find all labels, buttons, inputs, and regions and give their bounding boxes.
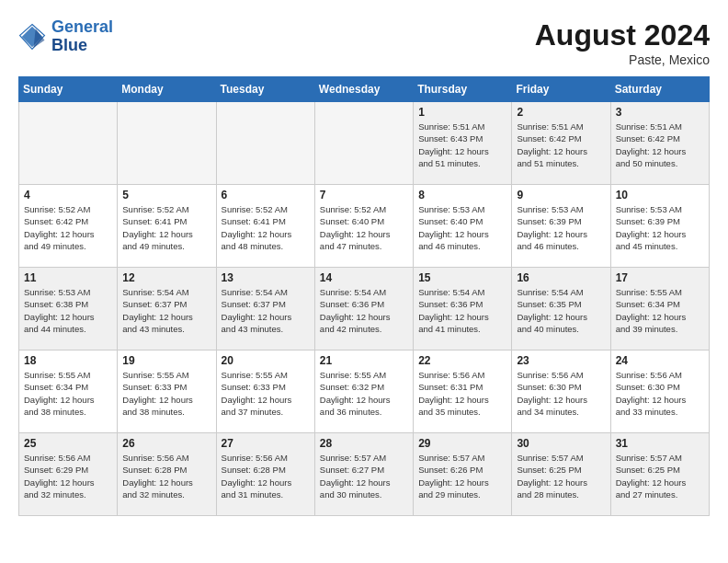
day-number: 25 [24, 437, 112, 450]
day-number: 18 [24, 354, 112, 367]
day-info: Sunrise: 5:52 AMSunset: 6:42 PMDaylight:… [24, 203, 112, 252]
calendar-day-cell: 17Sunrise: 5:55 AMSunset: 6:34 PMDayligh… [610, 268, 709, 350]
day-number: 6 [222, 189, 310, 201]
day-info: Sunrise: 5:51 AMSunset: 6:42 PMDaylight:… [517, 121, 605, 169]
day-number: 28 [320, 437, 408, 450]
calendar-day-cell [216, 102, 314, 185]
day-info: Sunrise: 5:55 AMSunset: 6:33 PMDaylight:… [122, 369, 210, 418]
day-info: Sunrise: 5:54 AMSunset: 6:37 PMDaylight:… [222, 286, 310, 335]
calendar-day-cell: 26Sunrise: 5:56 AMSunset: 6:28 PMDayligh… [118, 433, 216, 516]
calendar-day-cell: 23Sunrise: 5:56 AMSunset: 6:30 PMDayligh… [512, 350, 610, 433]
calendar-day-cell: 16Sunrise: 5:54 AMSunset: 6:35 PMDayligh… [512, 268, 610, 350]
calendar-day-cell: 14Sunrise: 5:54 AMSunset: 6:36 PMDayligh… [314, 268, 413, 350]
calendar-day-cell: 1Sunrise: 5:51 AMSunset: 6:43 PMDaylight… [414, 102, 512, 185]
day-info: Sunrise: 5:57 AMSunset: 6:25 PMDaylight:… [517, 452, 605, 500]
day-number: 21 [320, 354, 408, 367]
calendar-day-cell: 12Sunrise: 5:54 AMSunset: 6:37 PMDayligh… [118, 268, 216, 350]
calendar-day-cell: 28Sunrise: 5:57 AMSunset: 6:27 PMDayligh… [314, 433, 413, 516]
day-info: Sunrise: 5:56 AMSunset: 6:28 PMDaylight:… [122, 452, 210, 500]
calendar-day-cell: 24Sunrise: 5:56 AMSunset: 6:30 PMDayligh… [610, 350, 709, 433]
calendar-day-cell: 4Sunrise: 5:52 AMSunset: 6:42 PMDaylight… [19, 185, 118, 268]
day-info: Sunrise: 5:55 AMSunset: 6:32 PMDaylight:… [320, 369, 408, 418]
calendar-day-cell: 10Sunrise: 5:53 AMSunset: 6:39 PMDayligh… [610, 185, 709, 268]
day-number: 24 [616, 354, 704, 367]
day-info: Sunrise: 5:56 AMSunset: 6:28 PMDaylight:… [222, 452, 310, 500]
logo-text: General Blue [51, 18, 113, 55]
day-info: Sunrise: 5:54 AMSunset: 6:35 PMDaylight:… [517, 286, 605, 335]
day-number: 12 [122, 271, 210, 284]
calendar-week-row: 4Sunrise: 5:52 AMSunset: 6:42 PMDaylight… [19, 185, 710, 268]
day-header-sunday: Sunday [19, 77, 118, 102]
day-number: 10 [616, 189, 704, 201]
day-info: Sunrise: 5:57 AMSunset: 6:27 PMDaylight:… [320, 452, 408, 500]
day-number: 30 [517, 437, 605, 450]
logo-icon [18, 23, 46, 51]
day-number: 5 [122, 189, 210, 201]
day-number: 9 [517, 189, 605, 201]
day-number: 8 [418, 189, 506, 201]
day-info: Sunrise: 5:54 AMSunset: 6:36 PMDaylight:… [320, 286, 408, 335]
day-number: 11 [24, 271, 112, 284]
day-number: 22 [418, 354, 506, 367]
day-info: Sunrise: 5:56 AMSunset: 6:30 PMDaylight:… [517, 369, 605, 418]
calendar-day-cell: 8Sunrise: 5:53 AMSunset: 6:40 PMDaylight… [414, 185, 512, 268]
calendar-week-row: 25Sunrise: 5:56 AMSunset: 6:29 PMDayligh… [19, 433, 710, 516]
day-info: Sunrise: 5:53 AMSunset: 6:40 PMDaylight:… [418, 203, 506, 252]
day-header-wednesday: Wednesday [314, 77, 413, 102]
day-number: 23 [517, 354, 605, 367]
calendar-day-cell: 7Sunrise: 5:52 AMSunset: 6:40 PMDaylight… [314, 185, 413, 268]
day-number: 4 [24, 189, 112, 201]
calendar-day-cell: 2Sunrise: 5:51 AMSunset: 6:42 PMDaylight… [512, 102, 610, 185]
day-number: 27 [222, 437, 310, 450]
day-number: 17 [616, 271, 704, 284]
day-info: Sunrise: 5:55 AMSunset: 6:33 PMDaylight:… [222, 369, 310, 418]
day-header-tuesday: Tuesday [216, 77, 314, 102]
day-info: Sunrise: 5:57 AMSunset: 6:25 PMDaylight:… [616, 452, 704, 500]
day-number: 16 [517, 271, 605, 284]
day-number: 26 [122, 437, 210, 450]
logo: General Blue [18, 18, 113, 55]
calendar-day-cell [19, 102, 118, 185]
calendar-day-cell: 21Sunrise: 5:55 AMSunset: 6:32 PMDayligh… [314, 350, 413, 433]
day-header-thursday: Thursday [414, 77, 512, 102]
day-info: Sunrise: 5:51 AMSunset: 6:43 PMDaylight:… [418, 121, 506, 169]
calendar-header-row: SundayMondayTuesdayWednesdayThursdayFrid… [19, 77, 710, 102]
calendar-day-cell: 15Sunrise: 5:54 AMSunset: 6:36 PMDayligh… [414, 268, 512, 350]
day-info: Sunrise: 5:52 AMSunset: 6:41 PMDaylight:… [122, 203, 210, 252]
calendar-day-cell: 22Sunrise: 5:56 AMSunset: 6:31 PMDayligh… [414, 350, 512, 433]
day-header-monday: Monday [118, 77, 216, 102]
day-header-saturday: Saturday [610, 77, 709, 102]
page-header: General Blue August 2024 Paste, Mexico [18, 18, 710, 67]
day-info: Sunrise: 5:53 AMSunset: 6:39 PMDaylight:… [616, 203, 704, 252]
day-info: Sunrise: 5:52 AMSunset: 6:41 PMDaylight:… [222, 203, 310, 252]
calendar-day-cell: 29Sunrise: 5:57 AMSunset: 6:26 PMDayligh… [414, 433, 512, 516]
day-info: Sunrise: 5:51 AMSunset: 6:42 PMDaylight:… [616, 121, 704, 169]
day-number: 1 [418, 106, 506, 119]
day-number: 20 [222, 354, 310, 367]
title-block: August 2024 Paste, Mexico [535, 18, 710, 67]
day-info: Sunrise: 5:55 AMSunset: 6:34 PMDaylight:… [616, 286, 704, 335]
calendar-day-cell: 31Sunrise: 5:57 AMSunset: 6:25 PMDayligh… [610, 433, 709, 516]
location-subtitle: Paste, Mexico [535, 52, 710, 67]
day-number: 7 [320, 189, 408, 201]
calendar-week-row: 1Sunrise: 5:51 AMSunset: 6:43 PMDaylight… [19, 102, 710, 185]
day-number: 14 [320, 271, 408, 284]
day-info: Sunrise: 5:56 AMSunset: 6:29 PMDaylight:… [24, 452, 112, 500]
calendar-day-cell: 19Sunrise: 5:55 AMSunset: 6:33 PMDayligh… [118, 350, 216, 433]
calendar-day-cell: 27Sunrise: 5:56 AMSunset: 6:28 PMDayligh… [216, 433, 314, 516]
calendar-day-cell: 25Sunrise: 5:56 AMSunset: 6:29 PMDayligh… [19, 433, 118, 516]
calendar-day-cell: 11Sunrise: 5:53 AMSunset: 6:38 PMDayligh… [19, 268, 118, 350]
day-info: Sunrise: 5:57 AMSunset: 6:26 PMDaylight:… [418, 452, 506, 500]
calendar-week-row: 11Sunrise: 5:53 AMSunset: 6:38 PMDayligh… [19, 268, 710, 350]
calendar-day-cell [118, 102, 216, 185]
calendar-day-cell: 9Sunrise: 5:53 AMSunset: 6:39 PMDaylight… [512, 185, 610, 268]
calendar-day-cell: 13Sunrise: 5:54 AMSunset: 6:37 PMDayligh… [216, 268, 314, 350]
calendar-day-cell: 18Sunrise: 5:55 AMSunset: 6:34 PMDayligh… [19, 350, 118, 433]
day-number: 31 [616, 437, 704, 450]
calendar-week-row: 18Sunrise: 5:55 AMSunset: 6:34 PMDayligh… [19, 350, 710, 433]
day-header-friday: Friday [512, 77, 610, 102]
calendar-table: SundayMondayTuesdayWednesdayThursdayFrid… [18, 76, 710, 516]
day-info: Sunrise: 5:54 AMSunset: 6:36 PMDaylight:… [418, 286, 506, 335]
day-number: 19 [122, 354, 210, 367]
day-number: 3 [616, 106, 704, 119]
